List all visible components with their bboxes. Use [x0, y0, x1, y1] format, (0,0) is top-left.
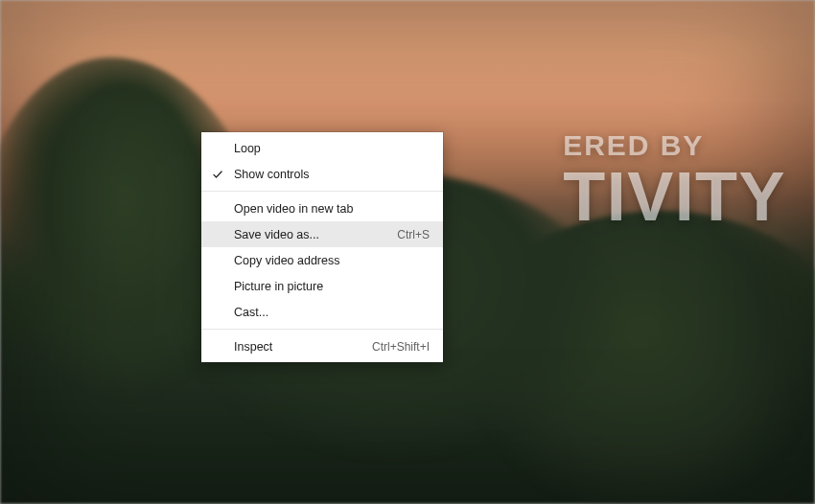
menu-separator	[201, 329, 443, 330]
menu-item-save-video-as[interactable]: Save video as... Ctrl+S	[201, 221, 443, 247]
video-context-menu: Loop Show controls Open video in new tab…	[201, 132, 443, 362]
menu-item-loop[interactable]: Loop	[201, 135, 443, 161]
menu-label: Cast...	[234, 306, 430, 319]
check-icon	[212, 169, 223, 180]
video-overlay-text: ERED BY TIVITY	[563, 129, 786, 229]
menu-item-show-controls[interactable]: Show controls	[201, 161, 443, 187]
menu-label: Picture in picture	[234, 280, 430, 293]
menu-label: Inspect	[234, 340, 361, 354]
menu-label: Open video in new tab	[234, 202, 430, 216]
overlay-line-2: TIVITY	[563, 164, 786, 229]
menu-shortcut: Ctrl+Shift+I	[372, 340, 430, 354]
menu-item-picture-in-picture[interactable]: Picture in picture	[201, 273, 443, 299]
menu-separator	[201, 191, 443, 192]
menu-label: Copy video address	[234, 254, 430, 267]
menu-label: Loop	[234, 142, 430, 155]
menu-item-copy-video-address[interactable]: Copy video address	[201, 247, 443, 273]
menu-icon-slot	[201, 169, 234, 180]
menu-label: Show controls	[234, 168, 430, 181]
menu-shortcut: Ctrl+S	[397, 228, 430, 241]
overlay-line-1: ERED BY	[563, 129, 786, 162]
menu-item-cast[interactable]: Cast...	[201, 299, 443, 325]
menu-label: Save video as...	[234, 228, 385, 241]
menu-item-open-new-tab[interactable]: Open video in new tab	[201, 195, 443, 221]
menu-item-inspect[interactable]: Inspect Ctrl+Shift+I	[201, 333, 443, 359]
